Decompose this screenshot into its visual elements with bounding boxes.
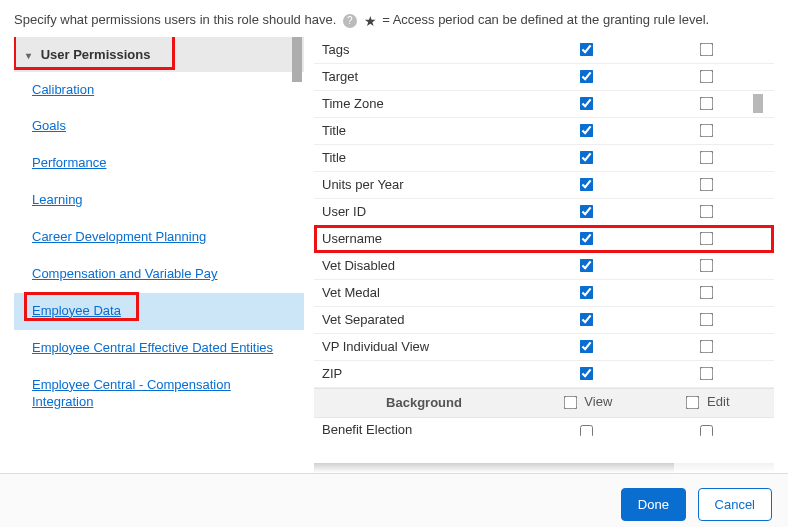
view-checkbox[interactable] [580, 151, 594, 165]
sidebar-item[interactable]: Career Development Planning [14, 219, 304, 256]
view-checkbox[interactable] [580, 367, 594, 381]
table-row: VP Individual View [314, 334, 774, 361]
table-row: Vet Medal [314, 280, 774, 307]
edit-checkbox[interactable] [700, 232, 714, 246]
row-label: Units per Year [322, 177, 526, 192]
table-row: Tags [314, 37, 774, 64]
sidebar-item[interactable]: Employee Central Effective Dated Entitie… [14, 330, 304, 367]
row-label: Target [322, 69, 526, 84]
table-row: Target [314, 64, 774, 91]
table-row: Benefit Election [314, 418, 774, 436]
table-row: Vet Disabled [314, 253, 774, 280]
scroll-cue [753, 94, 763, 113]
subheader-view-label: View [584, 394, 612, 409]
view-checkbox[interactable] [580, 259, 594, 273]
subheader-view-checkbox[interactable] [563, 396, 577, 410]
edit-checkbox[interactable] [700, 340, 714, 354]
edit-checkbox[interactable] [700, 124, 714, 138]
edit-checkbox[interactable] [700, 205, 714, 219]
intro-text: Specify what permissions users in this r… [14, 12, 774, 29]
view-checkbox[interactable] [580, 313, 594, 327]
section-title: User Permissions [41, 47, 151, 62]
edit-checkbox[interactable] [700, 425, 713, 436]
horizontal-scroll-thumb[interactable] [314, 463, 674, 473]
table-row: ZIP [314, 361, 774, 388]
subheader-background: Background View Edit [314, 388, 774, 418]
view-checkbox[interactable] [580, 205, 594, 219]
sidebar-item[interactable]: Employee Central - Compensation Integrat… [14, 367, 304, 421]
sidebar: ▾ User Permissions CalibrationGoalsPerfo… [14, 37, 304, 473]
view-checkbox[interactable] [580, 286, 594, 300]
edit-checkbox[interactable] [700, 97, 714, 111]
subheader-edit-label: Edit [707, 394, 729, 409]
edit-checkbox[interactable] [700, 70, 714, 84]
row-label: VP Individual View [322, 339, 526, 354]
sidebar-item[interactable]: Learning [14, 182, 304, 219]
row-label: Title [322, 123, 526, 138]
table-row: Title [314, 118, 774, 145]
sidebar-item[interactable]: Goals [14, 108, 304, 145]
view-checkbox[interactable] [580, 124, 594, 138]
subheader-edit-checkbox[interactable] [686, 396, 700, 410]
table-row: Time Zone [314, 91, 774, 118]
view-checkbox[interactable] [580, 425, 593, 436]
table-row: Units per Year [314, 172, 774, 199]
cancel-button[interactable]: Cancel [698, 488, 772, 521]
sidebar-item[interactable]: Performance [14, 145, 304, 182]
view-checkbox[interactable] [580, 97, 594, 111]
row-label: Username [322, 231, 526, 246]
view-checkbox[interactable] [580, 232, 594, 246]
view-checkbox[interactable] [580, 70, 594, 84]
sidebar-item[interactable]: Employee Data [14, 293, 304, 330]
row-label: User ID [322, 204, 526, 219]
row-label: Time Zone [322, 96, 526, 111]
edit-checkbox[interactable] [700, 313, 714, 327]
table-row: User ID [314, 199, 774, 226]
edit-checkbox[interactable] [700, 178, 714, 192]
help-icon[interactable]: ? [343, 14, 357, 28]
done-button[interactable]: Done [621, 488, 686, 521]
chevron-down-icon: ▾ [26, 50, 31, 61]
row-label: Vet Disabled [322, 258, 526, 273]
permission-panel: TagsTargetTime ZoneTitleTitleUnits per Y… [314, 37, 774, 473]
row-label: Tags [322, 42, 526, 57]
sidebar-scroll-thumb[interactable] [292, 37, 302, 82]
edit-checkbox[interactable] [700, 151, 714, 165]
edit-checkbox[interactable] [700, 259, 714, 273]
intro-suffix: = Access period can be defined at the gr… [382, 12, 709, 27]
sidebar-item[interactable]: Compensation and Variable Pay [14, 256, 304, 293]
edit-checkbox[interactable] [700, 286, 714, 300]
sidebar-item[interactable]: Calibration [14, 72, 304, 109]
table-row: Title [314, 145, 774, 172]
horizontal-scrollbar[interactable] [314, 463, 774, 473]
row-label: Title [322, 150, 526, 165]
table-row: Username [314, 226, 774, 253]
dialog-footer: Done Cancel [0, 473, 788, 527]
row-label: Benefit Election [322, 422, 526, 436]
intro-prefix: Specify what permissions users in this r… [14, 12, 336, 27]
table-row: Vet Separated [314, 307, 774, 334]
row-label: Vet Separated [322, 312, 526, 327]
row-label: ZIP [322, 366, 526, 381]
edit-checkbox[interactable] [700, 367, 714, 381]
row-label: Vet Medal [322, 285, 526, 300]
sidebar-scrollbar[interactable] [292, 37, 302, 473]
subheader-title: Background [322, 395, 526, 410]
view-checkbox[interactable] [580, 178, 594, 192]
section-header-user-permissions[interactable]: ▾ User Permissions [14, 37, 304, 72]
star-icon: ★ [364, 13, 377, 29]
view-checkbox[interactable] [580, 340, 594, 354]
view-checkbox[interactable] [580, 43, 594, 57]
edit-checkbox[interactable] [700, 43, 714, 57]
